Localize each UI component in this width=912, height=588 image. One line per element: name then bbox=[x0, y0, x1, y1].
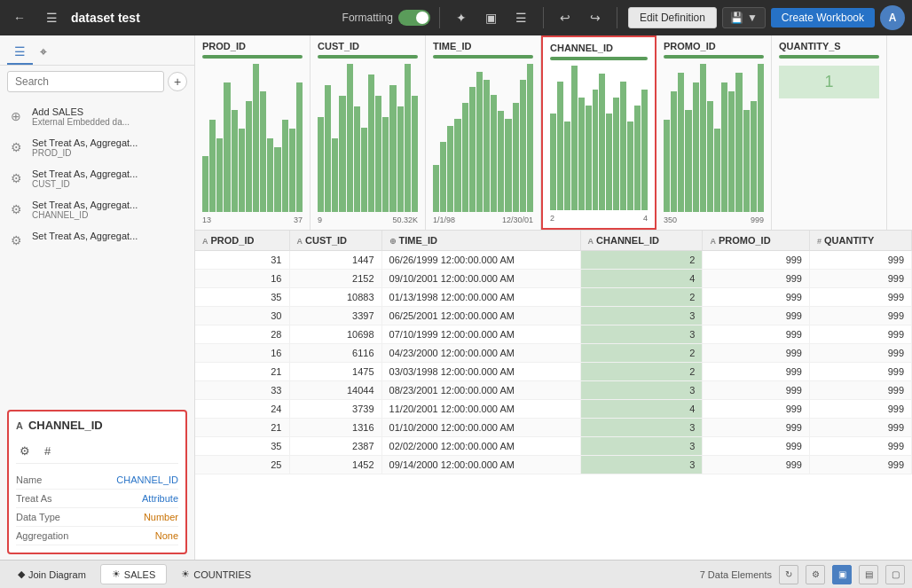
bar bbox=[758, 64, 764, 212]
bar bbox=[389, 85, 396, 212]
table-header-quantity[interactable]: #QUANTITY bbox=[809, 231, 911, 251]
toolbar-separator bbox=[439, 7, 440, 28]
column-cards: PROD_ID1337CUST_ID950.32KTIME_ID1/1/9812… bbox=[195, 35, 912, 231]
col-card-chart bbox=[546, 64, 651, 212]
grid-view-mode-button[interactable]: ▣ bbox=[832, 565, 852, 584]
table-cell: 01/10/2000 12:00:00.000 AM bbox=[381, 419, 580, 437]
bar bbox=[325, 85, 331, 212]
bar bbox=[440, 142, 446, 212]
col-card-name: QUANTITY_S bbox=[775, 39, 883, 53]
table-cell: 999 bbox=[809, 307, 911, 325]
sidebar-tab-data[interactable]: ☰ bbox=[7, 41, 33, 65]
field-panel-header: A CHANNEL_ID bbox=[16, 419, 178, 432]
bar bbox=[274, 147, 280, 212]
bar bbox=[267, 138, 273, 213]
table-header-row: APROD_IDACUST_ID⊕TIME_IDACHANNEL_IDAPROM… bbox=[195, 231, 912, 251]
col-card-promo_id[interactable]: PROMO_ID350999 bbox=[656, 35, 772, 230]
range-min: 9 bbox=[318, 216, 322, 224]
table-header-time_id[interactable]: ⊕TIME_ID bbox=[381, 231, 580, 251]
join-diagram-tab[interactable]: ◆ Join Diagram bbox=[7, 565, 97, 584]
bar bbox=[361, 128, 367, 212]
table-cell: 2387 bbox=[289, 437, 381, 456]
col-card-indicator bbox=[433, 55, 533, 59]
list-view-button[interactable]: ☰ bbox=[509, 5, 534, 30]
formatting-toggle[interactable] bbox=[398, 10, 430, 26]
table-cell: 999 bbox=[809, 270, 911, 288]
field-panel-icons: ⚙ # bbox=[16, 439, 178, 464]
table-cell: 35 bbox=[195, 288, 289, 307]
set-treat-title-4: Set Treat As, Aggregat... bbox=[32, 231, 138, 241]
sidebar-item-cust-id[interactable]: ⚙ Set Treat As, Aggregat... CUST_ID bbox=[0, 163, 194, 194]
toolbar-separator2 bbox=[543, 7, 544, 28]
field-prop-treat-value[interactable]: Attribute bbox=[142, 493, 178, 504]
add-item-button[interactable]: + bbox=[168, 72, 187, 91]
settings-button[interactable]: ⚙ bbox=[806, 565, 825, 584]
col-card-prod_id[interactable]: PROD_ID1337 bbox=[195, 35, 311, 230]
bar bbox=[578, 98, 585, 210]
sidebar-item-prod-id[interactable]: ⚙ Set Treat As, Aggregat... PROD_ID bbox=[0, 132, 194, 163]
refresh-button[interactable]: ↻ bbox=[779, 565, 798, 584]
table-cell: 06/25/2001 12:00:00.000 AM bbox=[381, 307, 580, 325]
undo-button[interactable]: ↩ bbox=[553, 5, 578, 30]
table-header-prod_id[interactable]: APROD_ID bbox=[195, 231, 289, 251]
create-workbook-button[interactable]: Create Workbook bbox=[771, 8, 875, 27]
sidebar-item-extra[interactable]: ⚙ Set Treat As, Aggregat... bbox=[0, 225, 194, 255]
col-type-4: A bbox=[710, 237, 716, 246]
sidebar-item-channel-id[interactable]: ⚙ Set Treat As, Aggregat... CHANNEL_ID bbox=[0, 194, 194, 225]
bar bbox=[368, 74, 374, 212]
col-card-channel_id[interactable]: CHANNEL_ID24 bbox=[541, 35, 656, 230]
bar bbox=[498, 111, 504, 212]
bar bbox=[520, 80, 526, 212]
search-input[interactable] bbox=[7, 71, 164, 92]
save-button[interactable]: 💾 ▼ bbox=[722, 7, 766, 28]
list-view-mode-button[interactable]: ▤ bbox=[859, 565, 878, 584]
bar bbox=[332, 138, 338, 213]
table-head: APROD_IDACUST_ID⊕TIME_IDACHANNEL_IDAPROM… bbox=[195, 231, 912, 251]
table-cell: 3739 bbox=[289, 400, 381, 419]
countries-tab[interactable]: ☀ COUNTRIES bbox=[170, 565, 262, 584]
table-cell: 09/14/2000 12:00:00.000 AM bbox=[381, 456, 580, 474]
bar bbox=[412, 96, 418, 212]
table-cell: 16 bbox=[195, 344, 289, 363]
table-cell: 2 bbox=[580, 363, 703, 381]
col-type-3: A bbox=[588, 237, 594, 246]
bar bbox=[405, 64, 411, 212]
table-cell: 1316 bbox=[289, 419, 381, 437]
app-title: dataset test bbox=[71, 11, 140, 25]
sales-tab[interactable]: ☀ SALES bbox=[100, 564, 167, 584]
bar bbox=[209, 120, 216, 212]
table-row: 16611604/23/2000 12:00:00.000 AM2999999 bbox=[195, 344, 912, 363]
col-card-cust_id[interactable]: CUST_ID950.32K bbox=[311, 35, 426, 230]
toolbar-separator3 bbox=[617, 7, 617, 28]
field-prop-name-label: Name bbox=[16, 474, 42, 485]
back-button[interactable]: ← bbox=[7, 5, 32, 30]
sidebar-item-add-sales[interactable]: ⊕ Add SALES External Embedded da... bbox=[0, 101, 194, 132]
col-card-quantity_s[interactable]: QUANTITY_S1 bbox=[772, 35, 887, 230]
table-header-cust_id[interactable]: ACUST_ID bbox=[289, 231, 381, 251]
field-hash-button[interactable]: # bbox=[41, 443, 54, 459]
col-card-single-val: 1 bbox=[779, 66, 879, 98]
bar bbox=[700, 64, 706, 212]
status-right: 7 Data Elements ↻ ⚙ ▣ ▤ ▢ bbox=[700, 565, 905, 584]
table-header-channel_id[interactable]: ACHANNEL_ID bbox=[580, 231, 703, 251]
bar bbox=[728, 91, 735, 212]
table-cell: 1447 bbox=[289, 251, 381, 270]
field-gear-button[interactable]: ⚙ bbox=[16, 443, 34, 459]
edit-definition-button[interactable]: Edit Definition bbox=[628, 7, 717, 28]
redo-button[interactable]: ↪ bbox=[583, 5, 608, 30]
col-card-indicator bbox=[550, 57, 648, 60]
col-card-name: CUST_ID bbox=[314, 39, 421, 53]
bar bbox=[641, 90, 648, 210]
avatar-button[interactable]: A bbox=[880, 5, 905, 30]
magic-wand-button[interactable]: ✦ bbox=[449, 5, 474, 30]
table-row: 351088301/13/1998 12:00:00.000 AM2999999 bbox=[195, 288, 912, 307]
bar bbox=[627, 122, 633, 210]
set-treat-sub-1: PROD_ID bbox=[32, 148, 138, 158]
data-table-wrapper[interactable]: APROD_IDACUST_ID⊕TIME_IDACHANNEL_IDAPROM… bbox=[195, 231, 912, 560]
card-view-mode-button[interactable]: ▢ bbox=[885, 565, 905, 584]
sidebar-tab-schema[interactable]: ⌖ bbox=[33, 41, 54, 65]
table-header-promo_id[interactable]: APROMO_ID bbox=[703, 231, 810, 251]
col-card-time_id[interactable]: TIME_ID1/1/9812/30/01 bbox=[426, 35, 541, 230]
grid-view-button[interactable]: ▣ bbox=[479, 5, 504, 30]
col-card-indicator bbox=[779, 55, 879, 59]
